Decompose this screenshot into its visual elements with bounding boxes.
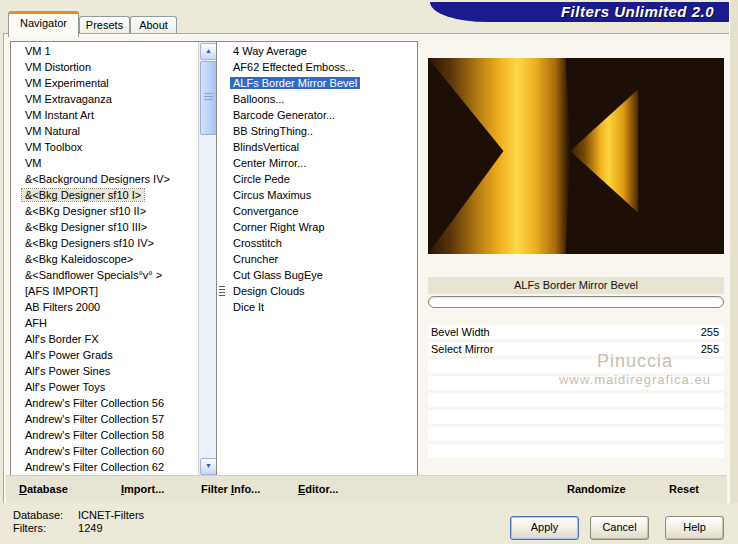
category-item[interactable]: VM Distortion [11, 59, 199, 75]
cancel-button[interactable]: Cancel [590, 516, 649, 540]
parameter-row[interactable] [428, 359, 724, 373]
parameter-row[interactable]: Bevel Width 255 [428, 325, 724, 339]
database-status: Database: ICNET-Filters [13, 509, 144, 521]
category-item[interactable]: Andrew's Filter Collection 58 [11, 427, 199, 443]
category-item[interactable]: &<Bkg Designer sf10 I> [11, 187, 199, 203]
tab-navigator[interactable]: Navigator [8, 11, 79, 37]
filter-item[interactable]: Convergance [217, 203, 417, 219]
category-item[interactable]: VM Experimental [11, 75, 199, 91]
filter-item[interactable]: BB StringThing.. [217, 123, 417, 139]
category-item[interactable]: VM Instant Art [11, 107, 199, 123]
filter-item[interactable]: Cut Glass BugEye [217, 267, 417, 283]
app-banner: Filters Unlimited 2.0 [430, 2, 736, 22]
filter-item[interactable]: BlindsVertical [217, 139, 417, 155]
help-button[interactable]: Help [665, 516, 724, 540]
category-item[interactable]: VM Toolbox [11, 139, 199, 155]
filter-item[interactable]: Barcode Generator... [217, 107, 417, 123]
category-item[interactable]: &<Bkg Designer sf10 III> [11, 219, 199, 235]
filters-unlimited-dialog: Filters Unlimited 2.0 Navigator Presets … [0, 0, 738, 544]
category-item[interactable]: Alf's Border FX [11, 331, 199, 347]
filter-listbox[interactable]: 4 Way Average AF62 Effected Emboss... AL… [216, 41, 418, 477]
filter-item[interactable]: Balloons... [217, 91, 417, 107]
category-item[interactable]: Andrew's Filter Collection 62 [11, 459, 199, 475]
window-right-edge [729, 0, 738, 503]
parameter-row[interactable] [428, 393, 724, 407]
category-item[interactable]: &<Background Designers IV> [11, 171, 199, 187]
preview-image [428, 58, 724, 254]
filter-item[interactable]: ALFs Border Mirror Bevel [217, 75, 417, 91]
status-bar: Database: ICNET-Filters Filters: 1249 Ap… [0, 503, 738, 544]
category-item[interactable]: VM 1 [11, 43, 199, 59]
parameter-row[interactable] [428, 427, 724, 441]
parameter-table: Bevel Width 255 Select Mirror 255 [428, 325, 724, 461]
filter-item[interactable]: Center Mirror... [217, 155, 417, 171]
database-name: ICNET-Filters [78, 509, 144, 521]
filters-count-status: Filters: 1249 [13, 522, 103, 534]
category-item[interactable]: Andrew's Filter Collection 57 [11, 411, 199, 427]
category-item[interactable]: Alf's Power Sines [11, 363, 199, 379]
filter-item[interactable]: 4 Way Average [217, 43, 417, 59]
preview-progress-bar[interactable] [428, 296, 724, 308]
reset-button[interactable]: Reset [669, 476, 699, 503]
filter-info-button[interactable]: Filter Info... [201, 476, 260, 503]
category-item[interactable]: Alf's Power Toys [11, 379, 199, 395]
filter-item[interactable]: Corner Right Wrap [217, 219, 417, 235]
parameter-row[interactable] [428, 410, 724, 424]
filter-item[interactable]: Design Clouds [217, 283, 417, 299]
navigator-page: VM 1 VM Distortion VM Experimental VM Ex… [3, 33, 731, 505]
apply-button[interactable]: Apply [510, 516, 579, 540]
scroll-up-icon[interactable]: ▲ [200, 43, 217, 60]
category-item[interactable]: AFH [11, 315, 199, 331]
scrollbar-thumb[interactable] [200, 61, 217, 135]
category-item[interactable]: Andrew's Filter Collection 56 [11, 395, 199, 411]
category-scrollbar[interactable]: ▲ ▼ [198, 42, 216, 476]
category-item[interactable]: VM Natural [11, 123, 199, 139]
randomize-button[interactable]: Randomize [567, 476, 626, 503]
toolbar: Database Import... Filter Info... Editor… [6, 475, 727, 503]
category-item[interactable]: &<BKg Designer sf10 II> [11, 203, 199, 219]
filter-list: 4 Way Average AF62 Effected Emboss... AL… [217, 43, 417, 315]
category-item[interactable]: [AFS IMPORT] [11, 283, 199, 299]
filter-item[interactable]: Dice It [217, 299, 417, 315]
tab-presets[interactable]: Presets [79, 16, 130, 34]
category-item[interactable]: &<Sandflower Specials°v° > [11, 267, 199, 283]
grip-icon [219, 286, 225, 296]
filter-item[interactable]: Circus Maximus [217, 187, 417, 203]
category-item[interactable]: VM Extravaganza [11, 91, 199, 107]
app-title: Filters Unlimited 2.0 [430, 2, 736, 22]
parameter-row[interactable]: Select Mirror 255 [428, 342, 724, 356]
parameter-row[interactable] [428, 444, 724, 458]
category-item[interactable]: &<Bkg Kaleidoscope> [11, 251, 199, 267]
tab-about[interactable]: About [130, 16, 177, 34]
scroll-down-icon[interactable]: ▼ [200, 458, 217, 475]
category-item[interactable]: &<Bkg Designers sf10 IV> [11, 235, 199, 251]
category-item[interactable]: VM [11, 155, 199, 171]
editor-button[interactable]: Editor... [298, 476, 338, 503]
filters-count: 1249 [78, 522, 102, 534]
import-button[interactable]: Import... [121, 476, 164, 503]
category-item[interactable]: Alf's Power Grads [11, 347, 199, 363]
selected-filter-name: ALFs Border Mirror Bevel [428, 277, 724, 294]
filter-item[interactable]: Cruncher [217, 251, 417, 267]
category-item[interactable]: AB Filters 2000 [11, 299, 199, 315]
filter-item[interactable]: Circle Pede [217, 171, 417, 187]
category-listbox[interactable]: VM 1 VM Distortion VM Experimental VM Ex… [10, 41, 217, 477]
parameter-row[interactable] [428, 376, 724, 390]
category-item[interactable]: Andrew's Filter Collection 60 [11, 443, 199, 459]
filter-item[interactable]: Crosstitch [217, 235, 417, 251]
category-list: VM 1 VM Distortion VM Experimental VM Ex… [11, 43, 199, 475]
database-button[interactable]: Database [19, 476, 68, 503]
filter-item[interactable]: AF62 Effected Emboss... [217, 59, 417, 75]
